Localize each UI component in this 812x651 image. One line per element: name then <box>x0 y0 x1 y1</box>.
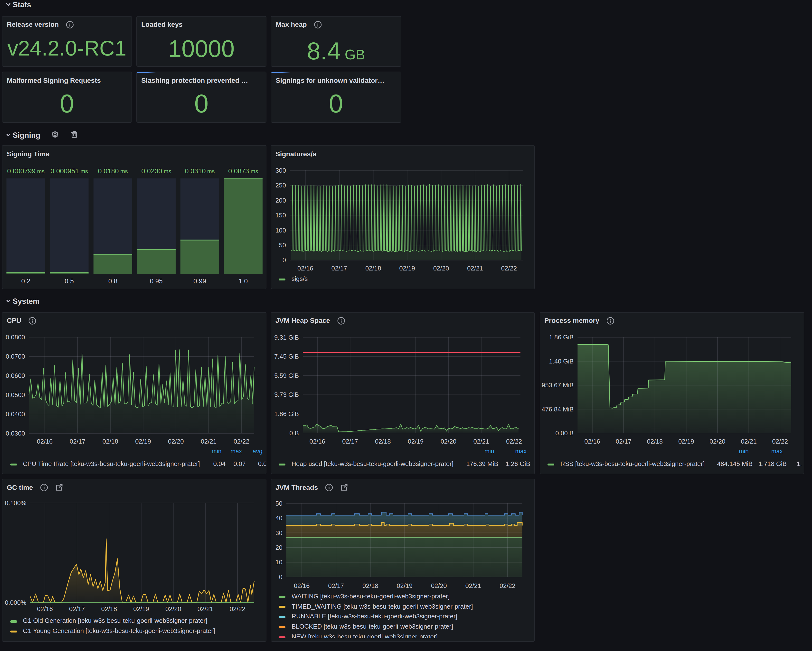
svg-text:1.86 GiB: 1.86 GiB <box>274 410 299 417</box>
svg-text:0.0873 ms: 0.0873 ms <box>228 168 258 175</box>
svg-text:0.000951 ms: 0.000951 ms <box>50 168 88 175</box>
svg-text:02/19: 02/19 <box>135 438 151 445</box>
svg-text:02/20: 02/20 <box>168 438 184 445</box>
svg-text:150: 150 <box>275 212 286 219</box>
svg-text:02/16: 02/16 <box>584 438 600 445</box>
svg-text:02/20: 02/20 <box>440 438 456 445</box>
svg-text:0: 0 <box>279 573 282 581</box>
svg-text:0.5: 0.5 <box>64 278 74 285</box>
svg-text:02/20: 02/20 <box>709 438 725 445</box>
svg-text:0.2: 0.2 <box>21 278 31 285</box>
svg-text:0.95: 0.95 <box>150 278 163 285</box>
svg-text:1.86 GiB: 1.86 GiB <box>549 334 573 341</box>
svg-text:02/18: 02/18 <box>375 438 391 445</box>
svg-text:0.0600: 0.0600 <box>6 372 25 379</box>
svg-text:02/19: 02/19 <box>397 582 412 589</box>
svg-text:02/22: 02/22 <box>506 438 522 445</box>
svg-text:0.00 B: 0.00 B <box>555 429 573 436</box>
svg-text:0.0310 ms: 0.0310 ms <box>185 168 215 175</box>
svg-text:0: 0 <box>282 257 286 264</box>
svg-text:0.0500: 0.0500 <box>6 391 25 398</box>
svg-text:0.0800: 0.0800 <box>6 334 25 341</box>
svg-text:0.0230 ms: 0.0230 ms <box>141 168 171 175</box>
svg-text:50: 50 <box>279 242 286 249</box>
svg-text:02/21: 02/21 <box>465 582 481 589</box>
svg-text:02/16: 02/16 <box>37 605 53 613</box>
svg-text:02/18: 02/18 <box>101 605 117 613</box>
svg-text:7.45 GiB: 7.45 GiB <box>274 353 299 360</box>
svg-text:02/21: 02/21 <box>467 265 483 272</box>
svg-text:02/17: 02/17 <box>70 438 85 445</box>
svg-text:02/20: 02/20 <box>165 605 181 613</box>
svg-text:02/20: 02/20 <box>431 582 447 589</box>
svg-text:476.84 MiB: 476.84 MiB <box>542 406 573 413</box>
svg-text:02/21: 02/21 <box>201 438 217 445</box>
svg-text:02/19: 02/19 <box>133 605 149 613</box>
svg-text:02/17: 02/17 <box>69 605 85 613</box>
svg-text:02/16: 02/16 <box>294 582 310 589</box>
svg-text:02/16: 02/16 <box>297 265 313 272</box>
svg-text:02/18: 02/18 <box>102 438 118 445</box>
svg-text:02/17: 02/17 <box>615 438 631 445</box>
svg-text:0.000799 ms: 0.000799 ms <box>7 168 44 175</box>
svg-text:5.59 GiB: 5.59 GiB <box>274 372 299 379</box>
svg-text:0.99: 0.99 <box>193 278 206 285</box>
svg-text:0.0700: 0.0700 <box>6 353 25 360</box>
svg-text:0.0400: 0.0400 <box>6 410 25 418</box>
svg-text:0.8: 0.8 <box>108 278 118 285</box>
svg-text:02/16: 02/16 <box>309 438 325 445</box>
svg-text:3.73 GiB: 3.73 GiB <box>274 391 299 398</box>
svg-text:1.40 GiB: 1.40 GiB <box>549 357 573 365</box>
svg-text:300: 300 <box>275 167 286 174</box>
svg-text:20: 20 <box>275 544 282 551</box>
svg-text:02/22: 02/22 <box>772 438 788 445</box>
svg-text:02/21: 02/21 <box>473 438 489 445</box>
svg-text:02/17: 02/17 <box>342 438 358 445</box>
svg-text:10: 10 <box>275 559 282 566</box>
svg-text:9.31 GiB: 9.31 GiB <box>274 334 299 341</box>
svg-text:02/21: 02/21 <box>197 605 213 613</box>
svg-text:1.0: 1.0 <box>239 278 248 285</box>
svg-text:02/19: 02/19 <box>399 265 415 272</box>
svg-text:02/21: 02/21 <box>741 438 757 445</box>
svg-text:50: 50 <box>275 500 282 507</box>
svg-text:02/19: 02/19 <box>408 438 423 445</box>
svg-text:250: 250 <box>275 182 286 189</box>
svg-text:02/19: 02/19 <box>678 438 694 445</box>
svg-text:30: 30 <box>275 529 282 537</box>
svg-text:0.000%: 0.000% <box>5 599 26 606</box>
svg-text:200: 200 <box>275 197 286 204</box>
svg-text:40: 40 <box>275 514 282 522</box>
svg-text:100: 100 <box>275 227 286 234</box>
svg-text:0.0180 ms: 0.0180 ms <box>98 168 128 175</box>
svg-text:02/22: 02/22 <box>234 438 249 445</box>
svg-text:02/16: 02/16 <box>37 438 53 445</box>
svg-text:02/18: 02/18 <box>362 582 378 589</box>
svg-text:02/20: 02/20 <box>433 265 449 272</box>
svg-text:02/17: 02/17 <box>328 582 343 589</box>
svg-text:02/18: 02/18 <box>647 438 662 445</box>
svg-text:02/17: 02/17 <box>331 265 347 272</box>
svg-text:02/22: 02/22 <box>230 605 246 613</box>
svg-text:0 B: 0 B <box>289 429 299 436</box>
svg-text:0.0300: 0.0300 <box>6 430 25 437</box>
svg-text:02/22: 02/22 <box>499 582 515 589</box>
svg-text:02/22: 02/22 <box>501 265 517 272</box>
svg-text:0.100%: 0.100% <box>5 499 26 507</box>
svg-text:953.67 MiB: 953.67 MiB <box>542 381 573 389</box>
svg-text:02/18: 02/18 <box>365 265 381 272</box>
